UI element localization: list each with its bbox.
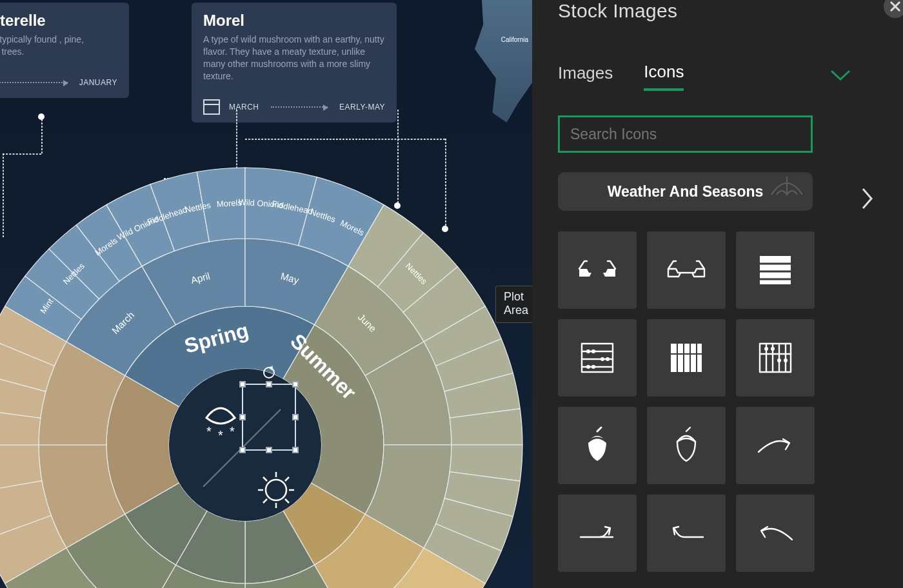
search-input[interactable] xyxy=(558,115,813,153)
icon-abacus-3[interactable] xyxy=(736,319,815,397)
svg-point-68 xyxy=(606,357,610,361)
resize-handle[interactable] xyxy=(266,447,272,453)
card-start: MARCH xyxy=(229,103,259,112)
close-button[interactable] xyxy=(884,0,903,18)
close-icon xyxy=(889,0,902,13)
svg-point-66 xyxy=(591,349,595,353)
chevron-down-icon xyxy=(829,69,851,82)
arrow-icon xyxy=(271,106,328,108)
info-card-chanterelle: foot Chanterelle winter mushroom typical… xyxy=(0,3,129,98)
calendar-icon xyxy=(203,99,220,115)
category-chip[interactable]: Weather And Seasons xyxy=(558,172,813,211)
category-next-button[interactable] xyxy=(858,179,877,218)
info-card-morel: Morel A type of wild mushroom with an ea… xyxy=(192,3,397,122)
svg-text:*: * xyxy=(218,428,223,442)
tabs-more-button[interactable] xyxy=(829,66,851,86)
svg-line-88 xyxy=(686,427,690,431)
icon-arrow-turn-left-2[interactable] xyxy=(736,495,815,572)
card-title: Morel xyxy=(203,12,385,30)
icon-acorn-outline[interactable] xyxy=(647,407,726,484)
resize-handle[interactable] xyxy=(292,414,299,420)
arrow-icon xyxy=(0,82,68,83)
svg-point-83 xyxy=(764,347,768,351)
umbrella-icon xyxy=(768,175,806,208)
icon-acorn[interactable] xyxy=(558,407,637,484)
map-label: California xyxy=(501,36,528,43)
tooltip-plot-area: Plot Area xyxy=(495,286,532,323)
tab-icons[interactable]: Icons xyxy=(644,62,684,91)
icon-arrow-turn-left[interactable] xyxy=(647,495,726,572)
map-california xyxy=(468,0,532,122)
icon-abacus-2[interactable] xyxy=(647,319,726,397)
icon-abacus[interactable] xyxy=(736,231,815,309)
card-desc: A type of wild mushroom with an earthy, … xyxy=(203,34,385,83)
chevron-right-icon xyxy=(861,187,874,210)
icon-arrow-curve-right[interactable] xyxy=(736,407,815,484)
svg-point-69 xyxy=(586,365,590,369)
resize-handle[interactable] xyxy=(239,447,246,453)
svg-line-87 xyxy=(597,427,601,431)
svg-point-86 xyxy=(784,358,788,362)
stock-images-panel: Stock Images Images Icons Weather And Se… xyxy=(532,0,903,588)
card-title: foot Chanterelle xyxy=(0,12,117,30)
svg-text:*: * xyxy=(230,424,235,438)
selection-box[interactable] xyxy=(242,384,296,451)
svg-point-70 xyxy=(591,365,595,369)
resize-handle[interactable] xyxy=(292,447,299,453)
card-end: JANUARY xyxy=(79,78,117,87)
resize-handle[interactable] xyxy=(292,381,299,387)
tab-images[interactable]: Images xyxy=(558,63,613,90)
resize-handle[interactable] xyxy=(239,381,246,387)
svg-point-85 xyxy=(777,358,781,362)
svg-point-65 xyxy=(586,349,590,353)
resize-handle[interactable] xyxy=(239,414,246,420)
icon-grid xyxy=(558,231,877,572)
resize-handle[interactable] xyxy=(266,381,272,387)
rotate-handle[interactable] xyxy=(263,367,275,378)
icon-3d-glasses-outline[interactable] xyxy=(647,231,726,309)
category-label: Weather And Seasons xyxy=(608,183,764,201)
icon-3d-glasses[interactable] xyxy=(558,231,637,309)
icon-arrow-branch-right[interactable] xyxy=(558,495,637,572)
icon-abacus-outline[interactable] xyxy=(558,319,637,397)
svg-point-84 xyxy=(771,347,775,351)
chart-canvas[interactable]: California foot Chanterelle winter mushr… xyxy=(0,0,532,588)
card-desc: winter mushroom typically found , pine, … xyxy=(0,34,117,58)
svg-point-67 xyxy=(600,357,604,361)
card-end: EARLY-MAY xyxy=(339,103,385,112)
panel-title: Stock Images xyxy=(558,0,877,22)
svg-text:*: * xyxy=(206,424,212,438)
